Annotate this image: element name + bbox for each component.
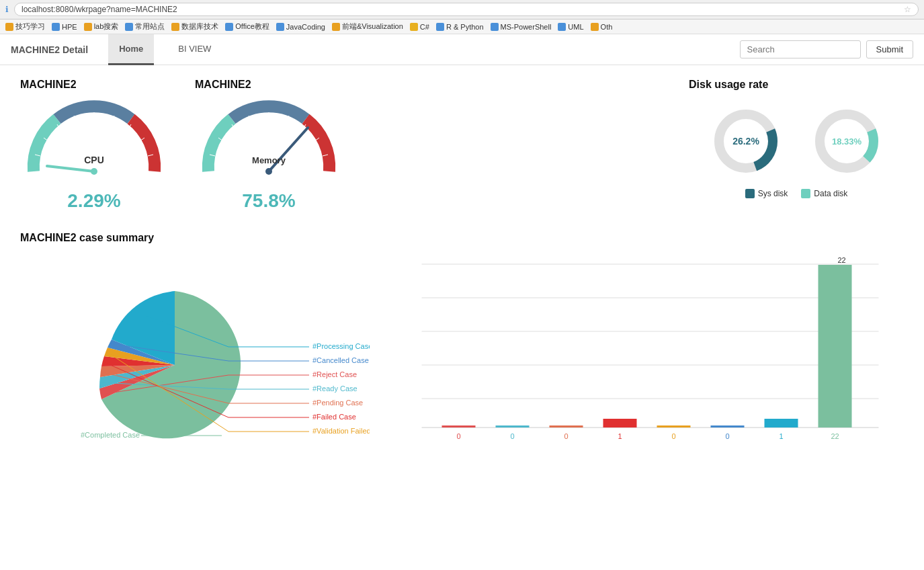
svg-text:0: 0 <box>510 432 514 440</box>
svg-point-22 <box>265 168 272 175</box>
svg-text:1: 1 <box>779 432 783 440</box>
tab-bi-view[interactable]: BI VIEW <box>167 34 222 65</box>
svg-line-5 <box>112 116 114 121</box>
bookmark-item[interactable]: 技巧学习 <box>5 22 45 32</box>
bookmark-label: C# <box>420 23 429 31</box>
svg-point-10 <box>91 168 97 175</box>
bookmark-icon <box>591 23 599 31</box>
case-summary-title: MACHINE2 case summary <box>20 232 904 244</box>
cpu-gauge-container: MACHINE2 <box>20 79 168 212</box>
case-section: MACHINE2 case summary <box>20 232 904 446</box>
svg-line-9 <box>47 166 94 171</box>
cpu-value: 2.29% <box>67 190 120 212</box>
bookmarks-bar: 技巧学习HPElab搜索常用站点数据库技术Office教程JavaCoding前… <box>0 19 924 34</box>
svg-rect-70 <box>711 425 745 428</box>
disk-legend: Sys disk Data disk <box>745 189 848 198</box>
bookmark-icon <box>558 23 566 31</box>
case-chart-area: #Reject Case #Ready Case #Pending Case #… <box>20 257 904 446</box>
bookmark-item[interactable]: HPE <box>52 23 77 31</box>
bookmark-item[interactable]: Oth <box>591 23 613 31</box>
bookmark-label: 技巧学习 <box>15 22 45 32</box>
cpu-machine-label: MACHINE2 <box>20 79 77 91</box>
bookmark-label: R & Python <box>446 23 484 31</box>
disk-circles: 26.2% 18.33% <box>709 104 884 178</box>
svg-text:#Validation Failed Case: #Validation Failed Case <box>312 427 370 435</box>
url-text: localhost:8080/wkrpage?name=MACHINE2 <box>22 5 177 14</box>
memory-gauge-svg: Memory <box>195 97 343 185</box>
svg-text:22: 22 <box>831 432 839 440</box>
star-icon: ☆ <box>904 5 911 14</box>
search-input[interactable] <box>740 40 861 58</box>
bookmark-label: 前端&Visualization <box>342 22 403 32</box>
bookmark-label: lab搜索 <box>94 22 119 32</box>
bookmark-item[interactable]: UML <box>558 23 583 31</box>
cpu-gauge-svg: CPU <box>20 97 168 185</box>
info-icon: ℹ <box>5 5 9 14</box>
bar-chart-area: 22 0 0 0 1 0 <box>396 257 904 446</box>
svg-rect-60 <box>442 425 476 428</box>
data-disk-dot <box>801 189 810 198</box>
app-header: MACHINE2 Detail Home BI VIEW Submit <box>0 34 924 65</box>
svg-text:#Ready Case: #Ready Case <box>312 384 358 393</box>
bookmark-label: Office教程 <box>235 22 269 32</box>
svg-rect-66 <box>603 419 637 428</box>
svg-text:#Pending Case: #Pending Case <box>312 399 363 407</box>
bookmark-item[interactable]: JavaCoding <box>276 23 325 31</box>
svg-rect-74 <box>818 265 852 428</box>
sys-disk-legend: Sys disk <box>745 189 788 198</box>
svg-text:#Processing Case: #Processing Case <box>312 342 370 350</box>
sys-disk-container: 26.2% <box>709 104 783 178</box>
bookmark-icon <box>436 23 444 31</box>
header-search: Submit <box>740 40 913 58</box>
svg-line-17 <box>287 116 289 121</box>
bookmark-item[interactable]: C# <box>410 23 429 31</box>
svg-line-1 <box>74 116 76 121</box>
bookmark-icon <box>410 23 418 31</box>
bookmark-item[interactable]: lab搜索 <box>84 22 119 32</box>
svg-text:CPU: CPU <box>84 155 104 165</box>
svg-rect-68 <box>657 425 691 428</box>
bookmark-icon <box>171 23 179 31</box>
bookmark-item[interactable]: 数据库技术 <box>171 22 218 32</box>
svg-text:18.33%: 18.33% <box>832 136 862 147</box>
data-disk-svg: 18.33% <box>810 104 884 178</box>
sys-disk-dot <box>745 189 755 198</box>
bookmark-item[interactable]: 前端&Visualization <box>332 22 403 32</box>
pie-area: #Reject Case #Ready Case #Pending Case #… <box>20 257 370 446</box>
svg-text:22: 22 <box>837 257 845 264</box>
bookmark-icon <box>276 23 284 31</box>
bookmark-label: MS-PowerShell <box>501 23 552 31</box>
svg-text:#Reject Case: #Reject Case <box>312 370 357 378</box>
bookmark-label: JavaCoding <box>286 23 325 31</box>
main-content: MACHINE2 <box>0 65 924 459</box>
svg-text:0: 0 <box>456 432 460 440</box>
url-bar[interactable]: localhost:8080/wkrpage?name=MACHINE2 ☆ <box>14 3 919 16</box>
memory-gauge-container: MACHINE2 <box>195 79 343 212</box>
sys-disk-label: Sys disk <box>758 189 788 198</box>
svg-text:0: 0 <box>671 432 675 440</box>
bookmark-item[interactable]: 常用站点 <box>125 22 165 32</box>
bookmark-item[interactable]: R & Python <box>436 23 484 31</box>
pie-svg: #Reject Case #Ready Case #Pending Case #… <box>20 257 370 446</box>
submit-button[interactable]: Submit <box>866 40 913 58</box>
bookmark-label: 数据库技术 <box>181 22 218 32</box>
bookmark-item[interactable]: MS-PowerShell <box>491 23 552 31</box>
svg-text:#Completed Case: #Completed Case <box>81 431 140 439</box>
disk-section: Disk usage rate 26.2% 18.33% <box>689 79 904 198</box>
bookmark-item[interactable]: Office教程 <box>225 22 269 32</box>
bar-chart-svg: 22 0 0 0 1 0 <box>396 257 904 446</box>
disk-title: Disk usage rate <box>689 79 768 91</box>
sys-disk-svg: 26.2% <box>709 104 783 178</box>
data-disk-container: 18.33% <box>810 104 884 178</box>
svg-text:#Cancelled Case: #Cancelled Case <box>312 356 369 364</box>
svg-rect-72 <box>765 419 798 428</box>
bookmark-label: Oth <box>601 23 613 31</box>
svg-rect-62 <box>496 425 530 428</box>
browser-bar: ℹ localhost:8080/wkrpage?name=MACHINE2 ☆ <box>0 0 924 19</box>
bookmark-label: UML <box>568 23 583 31</box>
app-title: MACHINE2 Detail <box>11 44 88 55</box>
svg-text:#Failed Case: #Failed Case <box>312 413 356 421</box>
svg-text:Memory: Memory <box>252 155 286 165</box>
tab-home[interactable]: Home <box>108 34 154 65</box>
bookmark-icon <box>5 23 13 31</box>
